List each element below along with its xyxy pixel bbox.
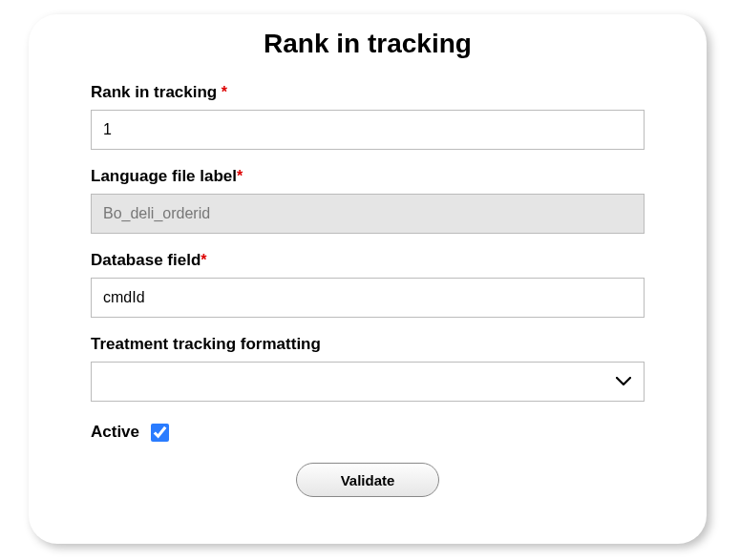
formatting-select[interactable] [91,362,645,402]
rank-input[interactable] [91,110,645,150]
rank-label: Rank in tracking [91,83,217,102]
formatting-label: Treatment tracking formatting [91,335,321,354]
field-language-label: Language file label* [91,167,645,234]
page-title: Rank in tracking [91,29,645,59]
form-card: Rank in tracking Rank in tracking * Lang… [29,14,707,544]
validate-button[interactable]: Validate [296,463,439,497]
required-mark: * [237,168,243,184]
database-field-input[interactable] [91,278,645,318]
database-field-label: Database field [91,251,201,270]
field-rank: Rank in tracking * [91,83,645,150]
field-active: Active [91,423,645,442]
language-label-input [91,194,645,234]
language-label-label: Language file label [91,167,237,186]
required-mark: * [217,84,227,100]
button-row: Validate [91,463,645,497]
required-mark: * [201,252,206,268]
active-checkbox[interactable] [151,424,169,442]
field-database-field: Database field* [91,251,645,318]
field-formatting: Treatment tracking formatting [91,335,645,402]
active-label: Active [91,423,139,442]
